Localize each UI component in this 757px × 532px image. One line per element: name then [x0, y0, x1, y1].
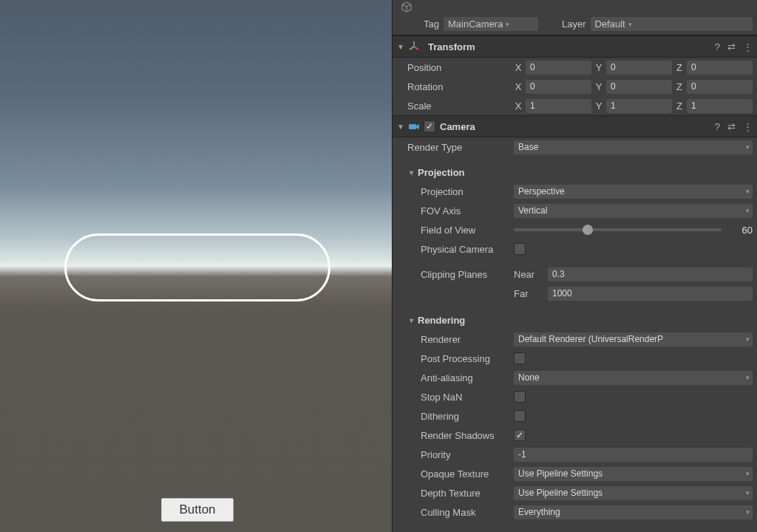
fov-value[interactable]: 60: [726, 225, 753, 236]
renderer-dropdown[interactable]: Default Renderer (UniversalRenderP▾: [514, 332, 753, 347]
chevron-down-icon: ▾: [506, 21, 509, 28]
game-view[interactable]: Button: [0, 0, 392, 532]
scale-label: Scale: [397, 100, 514, 112]
priority-label: Priority: [397, 449, 514, 460]
rotation-row: Rotation X Y Z: [393, 77, 757, 96]
foldout-icon[interactable]: ▾: [407, 168, 415, 177]
render-type-dropdown[interactable]: Base▾: [514, 140, 753, 154]
chevron-down-icon: ▾: [746, 207, 750, 214]
opaque-texture-row: Opaque Texture Use Pipeline Settings▾: [393, 464, 757, 483]
post-processing-label: Post Processing: [397, 353, 514, 364]
clipping-planes-row: Clipping Planes Near: [393, 265, 757, 284]
x-label: X: [514, 62, 523, 73]
position-y-field[interactable]: [606, 61, 672, 75]
depth-texture-label: Depth Texture: [397, 488, 514, 499]
stop-nan-row: Stop NaN: [393, 387, 757, 406]
inspector-panel: Tag MainCamera▾ Layer Default▾ ▼ Transfo…: [392, 0, 757, 532]
dithering-checkbox[interactable]: [514, 410, 526, 422]
foldout-icon[interactable]: ▼: [397, 123, 404, 131]
context-menu-icon[interactable]: ⋮: [743, 121, 753, 132]
rotation-z-field[interactable]: [687, 80, 753, 94]
fov-label: Field of View: [397, 225, 514, 236]
camera-component-header[interactable]: ▼ ✓ Camera ? ⇄ ⋮: [393, 115, 757, 137]
anti-aliasing-label: Anti-aliasing: [397, 372, 514, 383]
scale-y-field[interactable]: [606, 99, 672, 113]
fov-slider[interactable]: [514, 228, 722, 231]
help-icon[interactable]: ?: [715, 121, 720, 132]
renderer-row: Renderer Default Renderer (UniversalRend…: [393, 330, 757, 349]
fov-axis-row: FOV Axis Vertical▾: [393, 201, 757, 220]
physical-camera-label: Physical Camera: [397, 244, 514, 255]
opaque-texture-dropdown[interactable]: Use Pipeline Settings▾: [514, 467, 753, 481]
preset-icon[interactable]: ⇄: [727, 121, 736, 132]
anti-aliasing-row: Anti-aliasing None▾: [393, 368, 757, 387]
dithering-label: Dithering: [397, 411, 514, 422]
foldout-icon[interactable]: ▾: [407, 316, 415, 324]
transform-component-header[interactable]: ▼ Transform ? ⇄ ⋮: [393, 35, 757, 58]
fov-row: Field of View 60: [393, 220, 757, 239]
chevron-down-icon: ▾: [746, 188, 750, 195]
render-type-label: Render Type: [397, 142, 514, 153]
rotation-x-field[interactable]: [526, 80, 591, 94]
opaque-texture-label: Opaque Texture: [397, 468, 514, 480]
foldout-icon[interactable]: ▼: [397, 43, 404, 51]
ui-element-outline[interactable]: [64, 233, 330, 301]
dithering-row: Dithering: [393, 406, 757, 426]
position-z-field[interactable]: [687, 61, 753, 75]
help-icon[interactable]: ?: [715, 41, 720, 52]
renderer-label: Renderer: [397, 334, 514, 345]
chevron-down-icon: ▾: [746, 489, 750, 497]
tag-dropdown[interactable]: MainCamera▾: [444, 17, 538, 31]
anti-aliasing-dropdown[interactable]: None▾: [514, 371, 753, 385]
culling-mask-row: Culling Mask Everything▾: [393, 502, 757, 522]
transform-title: Transform: [428, 41, 475, 52]
position-x-field[interactable]: [526, 61, 591, 75]
projection-label: Projection: [397, 186, 514, 197]
clipping-planes-label: Clipping Planes: [397, 269, 514, 280]
far-label: Far: [514, 288, 543, 299]
far-field[interactable]: [548, 287, 753, 301]
stop-nan-label: Stop NaN: [397, 392, 514, 403]
post-processing-row: Post Processing: [393, 349, 757, 368]
fov-axis-label: FOV Axis: [397, 205, 514, 216]
stop-nan-checkbox[interactable]: [514, 391, 526, 403]
render-shadows-row: Render Shadows ✓: [393, 426, 757, 445]
context-menu-icon[interactable]: ⋮: [743, 41, 753, 52]
transform-icon: [407, 40, 421, 53]
priority-field[interactable]: [514, 448, 753, 462]
camera-enabled-checkbox[interactable]: ✓: [424, 120, 435, 132]
chevron-down-icon: ▾: [746, 143, 750, 151]
projection-dropdown[interactable]: Perspective▾: [514, 185, 753, 199]
y-label: Y: [594, 62, 603, 73]
ui-button[interactable]: Button: [161, 498, 234, 522]
rotation-y-field[interactable]: [606, 80, 672, 94]
culling-mask-dropdown[interactable]: Everything▾: [514, 505, 753, 519]
fov-axis-dropdown[interactable]: Vertical▾: [514, 204, 753, 218]
near-label: Near: [514, 269, 543, 280]
chevron-down-icon: ▾: [746, 470, 750, 477]
render-type-row: Render Type Base▾: [393, 137, 757, 157]
physical-camera-checkbox[interactable]: [514, 243, 526, 255]
render-shadows-checkbox[interactable]: ✓: [514, 429, 526, 441]
gameobject-cube-icon: [400, 0, 413, 13]
projection-group-header[interactable]: ▾Projection: [393, 163, 757, 182]
tag-layer-row: Tag MainCamera▾ Layer Default▾: [393, 13, 757, 35]
priority-row: Priority: [393, 445, 757, 464]
post-processing-checkbox[interactable]: [514, 352, 526, 364]
camera-title: Camera: [440, 121, 475, 132]
scale-x-field[interactable]: [526, 99, 591, 113]
near-field[interactable]: [548, 267, 753, 282]
slider-handle[interactable]: [583, 225, 593, 235]
chevron-down-icon: ▾: [746, 335, 750, 343]
depth-texture-dropdown[interactable]: Use Pipeline Settings▾: [514, 486, 753, 500]
rendering-group-header[interactable]: ▾Rendering: [393, 310, 757, 330]
layer-dropdown[interactable]: Default▾: [591, 17, 753, 31]
preset-icon[interactable]: ⇄: [727, 41, 736, 52]
camera-icon: [407, 120, 421, 133]
projection-row: Projection Perspective▾: [393, 182, 757, 201]
clipping-far-row: Far: [393, 284, 757, 303]
scale-z-field[interactable]: [687, 99, 753, 113]
chevron-down-icon: ▾: [746, 374, 750, 381]
chevron-down-icon: ▾: [628, 21, 632, 28]
culling-mask-label: Culling Mask: [397, 507, 514, 518]
